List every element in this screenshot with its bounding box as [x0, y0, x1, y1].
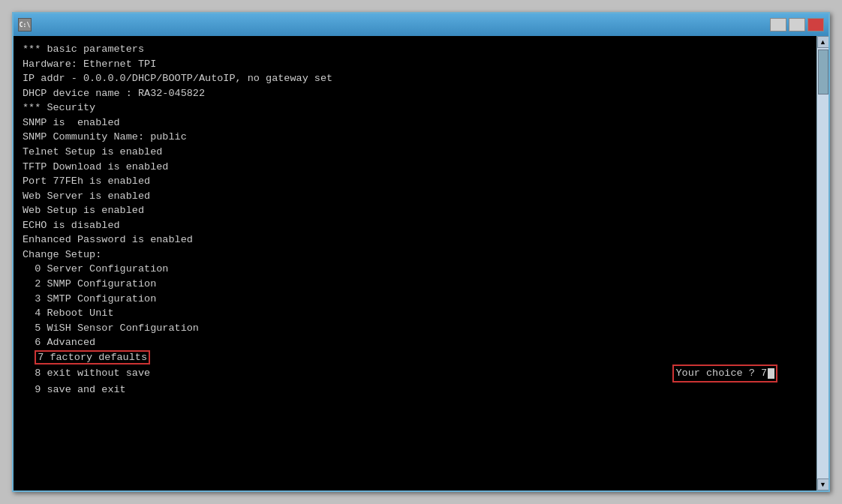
telnet-window: C:\ *** basic parametersHardware: Ethern…: [12, 12, 830, 492]
terminal-line: 0 Server Configuration: [23, 262, 807, 277]
terminal-line: IP addr - 0.0.0.0/DHCP/BOOTP/AutoIP, no …: [23, 71, 807, 86]
terminal-line: Enhanced Password is enabled: [23, 232, 807, 248]
terminal-line: Hardware: Ethernet TPI: [23, 57, 807, 72]
factory-defaults-box: 7 factory defaults: [35, 350, 150, 364]
close-button[interactable]: [807, 18, 824, 32]
terminal-line: DHCP device name : RA32-045822: [23, 86, 807, 101]
highlighted-factory-defaults-line: 7 factory defaults: [23, 350, 807, 365]
scroll-up-button[interactable]: ▲: [817, 36, 829, 48]
terminal-line: 2 SNMP Configuration: [23, 277, 807, 292]
terminal-line: TFTP Download is enabled: [23, 160, 807, 175]
your-choice-box: Your choice ? 7: [672, 364, 777, 382]
terminal-line: Web Server is enabled: [23, 189, 807, 204]
window-icon: C:\: [18, 18, 32, 32]
terminal-line: Web Setup is enabled: [23, 203, 807, 218]
exit-without-save-line: 8 exit without save: [23, 366, 150, 381]
restore-button[interactable]: [789, 18, 805, 32]
title-bar-left: C:\: [18, 18, 36, 32]
scroll-down-button[interactable]: ▼: [817, 478, 829, 490]
title-bar-buttons: [770, 18, 824, 32]
terminal-line: *** basic parameters: [23, 42, 807, 57]
scrollbar-thumb[interactable]: [818, 50, 828, 94]
terminal-line: 4 Reboot Unit: [23, 306, 807, 321]
terminal-line: 6 Advanced: [23, 335, 807, 350]
terminal-cursor: [768, 368, 774, 379]
terminal-line: SNMP Community Name: public: [23, 130, 807, 145]
title-bar: C:\: [14, 14, 828, 36]
terminal-line: 3 SMTP Configuration: [23, 292, 807, 307]
line8-and-choice-row: 8 exit without saveYour choice ? 7: [23, 364, 807, 382]
save-and-exit-line: 9 save and exit: [23, 382, 807, 398]
terminal-line: Port 77FEh is enabled: [23, 174, 807, 189]
terminal-line: Change Setup:: [23, 248, 807, 262]
content-area: *** basic parametersHardware: Ethernet T…: [14, 36, 828, 490]
terminal-line: Telnet Setup is enabled: [23, 145, 807, 160]
terminal-line: ECHO is disabled: [23, 218, 807, 233]
scrollbar-track: [817, 48, 828, 478]
terminal-output[interactable]: *** basic parametersHardware: Ethernet T…: [14, 36, 816, 490]
terminal-line: *** Security: [23, 100, 807, 116]
terminal-line: 5 WiSH Sensor Configuration: [23, 321, 807, 336]
minimize-button[interactable]: [770, 18, 786, 32]
terminal-line: SNMP is enabled: [23, 116, 807, 130]
scrollbar[interactable]: ▲ ▼: [816, 36, 828, 490]
